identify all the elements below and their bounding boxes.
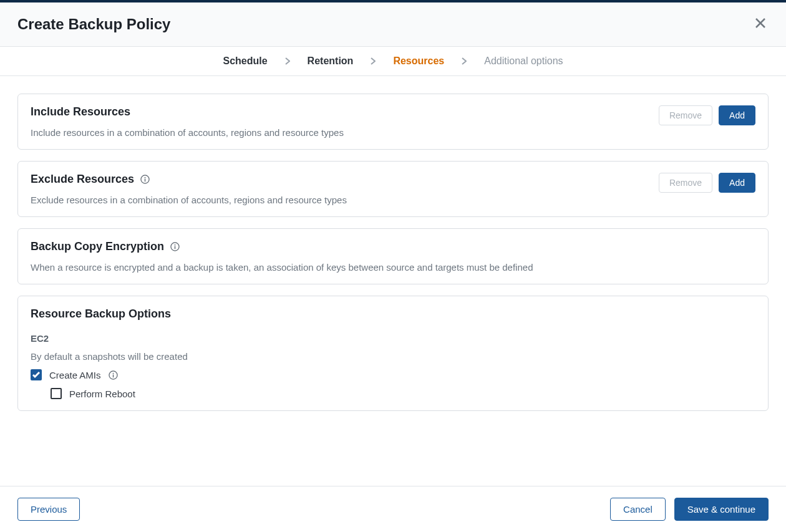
exclude-resources-subtitle: Exclude resources in a combination of ac…: [31, 195, 347, 205]
include-add-button[interactable]: Add: [719, 105, 755, 125]
exclude-resources-title: Exclude Resources: [31, 173, 134, 186]
include-resources-subtitle: Include resources in a combination of ac…: [31, 127, 344, 138]
perform-reboot-label: Perform Reboot: [69, 389, 135, 399]
breadcrumb-schedule[interactable]: Schedule: [223, 56, 267, 67]
chevron-right-icon: [371, 57, 376, 65]
chevron-right-icon: [462, 57, 467, 65]
include-remove-button[interactable]: Remove: [659, 105, 712, 125]
close-icon[interactable]: [752, 15, 769, 34]
svg-rect-10: [112, 374, 113, 377]
create-amis-checkbox[interactable]: [31, 369, 42, 380]
breadcrumb-retention[interactable]: Retention: [308, 56, 354, 67]
content-area: Include Resources Include resources in a…: [0, 76, 786, 411]
create-amis-label: Create AMIs: [49, 370, 101, 380]
encryption-subtitle: When a resource is encrypted and a backu…: [31, 262, 755, 273]
breadcrumb-additional[interactable]: Additional options: [484, 56, 563, 67]
encryption-title: Backup Copy Encryption: [31, 240, 164, 253]
ec2-heading: EC2: [31, 333, 755, 344]
svg-rect-4: [145, 179, 145, 182]
chevron-right-icon: [285, 57, 290, 65]
info-icon[interactable]: [140, 175, 150, 184]
save-continue-button[interactable]: Save & continue: [674, 498, 769, 521]
breadcrumb: Schedule Retention Resources Additional …: [0, 47, 786, 76]
cancel-button[interactable]: Cancel: [610, 498, 666, 521]
page-header: Create Backup Policy: [0, 2, 786, 47]
svg-point-9: [112, 372, 114, 374]
svg-point-6: [175, 244, 176, 246]
previous-button[interactable]: Previous: [17, 498, 80, 521]
exclude-add-button[interactable]: Add: [719, 173, 755, 193]
encryption-card: Backup Copy Encryption When a resource i…: [17, 228, 769, 284]
exclude-remove-button[interactable]: Remove: [659, 173, 712, 193]
include-resources-card: Include Resources Include resources in a…: [17, 94, 769, 150]
include-resources-title: Include Resources: [31, 105, 130, 118]
page-title: Create Backup Policy: [17, 16, 170, 33]
footer: Previous Cancel Save & continue: [0, 486, 786, 532]
ec2-subtitle: By default a snapshots will be created: [31, 351, 755, 362]
perform-reboot-checkbox[interactable]: [51, 388, 62, 399]
svg-rect-7: [175, 246, 175, 249]
breadcrumb-resources[interactable]: Resources: [393, 56, 444, 67]
svg-point-3: [145, 177, 146, 178]
exclude-resources-card: Exclude Resources Exclude resources in a…: [17, 161, 769, 217]
backup-options-card: Resource Backup Options EC2 By default a…: [17, 296, 769, 411]
backup-options-title: Resource Backup Options: [31, 307, 755, 321]
info-icon[interactable]: [170, 242, 180, 251]
info-icon[interactable]: [109, 370, 118, 380]
